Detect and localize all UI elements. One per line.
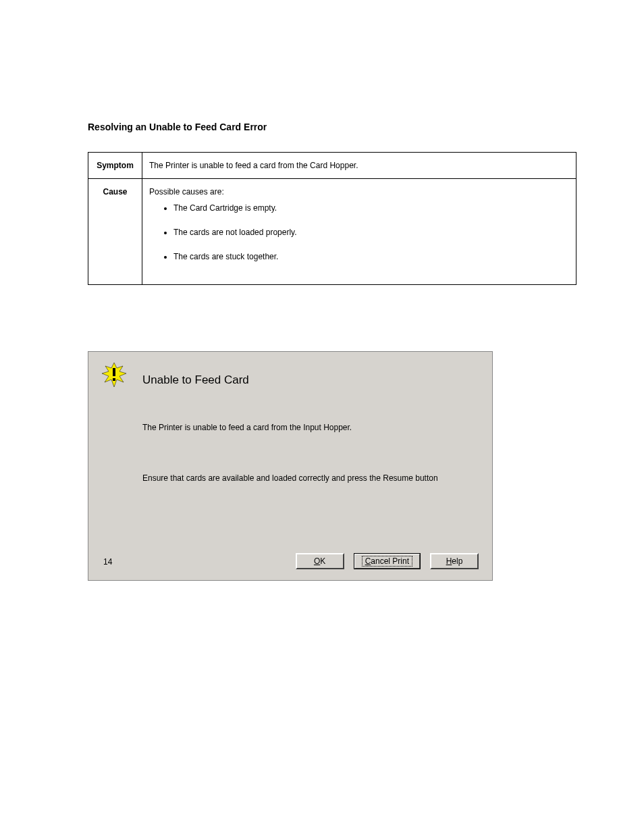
cause-intro: Possible causes are:: [149, 187, 569, 197]
ok-button[interactable]: OK: [296, 553, 344, 569]
dialog-count: 14: [103, 557, 112, 567]
table-row-value: Possible causes are: The Card Cartridge …: [142, 179, 576, 285]
svg-rect-1: [113, 368, 115, 376]
help-button[interactable]: Help: [430, 553, 479, 569]
dialog-title: Unable to Feed Card: [142, 373, 249, 387]
cause-list: The Card Cartridge is empty. The cards a…: [149, 203, 569, 261]
dialog-button-row: OK Cancel Print Help: [296, 553, 479, 569]
dialog-message: The Printer is unable to feed a card fro…: [142, 423, 352, 432]
symptom-cause-table: Symptom The Printer is unable to feed a …: [88, 152, 576, 285]
section-heading: Resolving an Unable to Feed Card Error: [88, 122, 267, 132]
list-item: The cards are not loaded properly.: [173, 228, 569, 237]
table-row-label: Cause: [88, 179, 142, 285]
warning-flash-icon: [101, 361, 128, 388]
list-item: The cards are stuck together.: [173, 252, 569, 261]
error-dialog: Unable to Feed Card The Printer is unabl…: [88, 351, 493, 581]
table-row-value: The Printer is unable to feed a card fro…: [142, 153, 576, 179]
table-row-label: Symptom: [88, 153, 142, 179]
cancel-print-button[interactable]: Cancel Print: [354, 553, 421, 569]
svg-rect-2: [113, 378, 115, 381]
dialog-message: Ensure that cards are available and load…: [142, 473, 438, 483]
list-item: The Card Cartridge is empty.: [173, 203, 569, 213]
